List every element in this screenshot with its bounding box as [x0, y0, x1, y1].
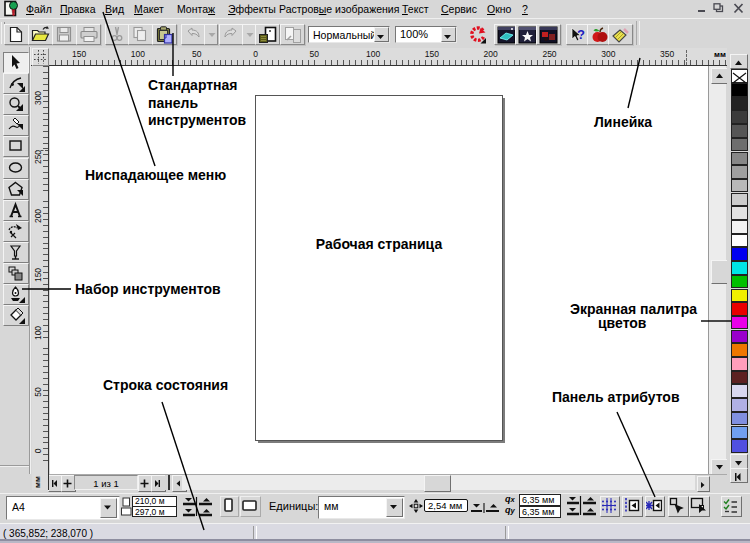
svg-text:100: 100 [33, 326, 43, 340]
svg-text:200: 200 [33, 209, 43, 223]
svg-text:мм: мм [33, 476, 42, 488]
svg-text:0: 0 [33, 448, 43, 453]
svg-text:50: 50 [33, 387, 43, 397]
svg-text:300: 300 [33, 91, 43, 105]
svg-text:150: 150 [33, 268, 43, 282]
